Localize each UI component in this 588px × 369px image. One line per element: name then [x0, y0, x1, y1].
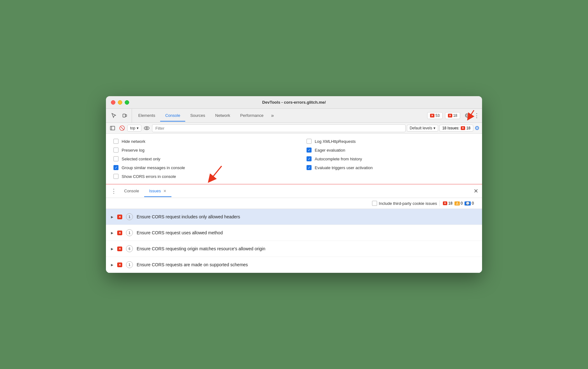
filter-input[interactable] — [152, 124, 406, 132]
svg-point-4 — [144, 127, 149, 130]
hide-network-checkbox[interactable] — [113, 139, 118, 144]
selected-context-row[interactable]: Selected context only — [113, 156, 281, 161]
eye-icon-button[interactable] — [143, 124, 151, 132]
error-count-badge: ✕ 53 — [427, 112, 442, 119]
settings-right-column: Log XMLHttpRequests ✓ Eager evaluation ✓… — [307, 139, 475, 179]
error-count: 53 — [435, 113, 439, 118]
issues-error-badge: ✕ 18 — [443, 201, 452, 205]
issues-filter-bar: Include third-party cookie issues ✕ 18 ⚠… — [106, 198, 482, 209]
tab-performance[interactable]: Performance — [235, 110, 268, 122]
tab-issues-bottom[interactable]: Issues ✕ — [144, 185, 171, 197]
issues-info-icon: 💬 — [465, 201, 471, 205]
tab-console-bottom[interactable]: Console — [119, 185, 144, 197]
expand-arrow-3[interactable]: ▶ — [111, 263, 113, 267]
main-tabs: Elements Console Sources Network Perform… — [133, 110, 427, 122]
issue-error-icon-3: ✕ — [117, 262, 122, 267]
issues-info-badge: 💬 0 — [465, 201, 474, 205]
issue-count-0: 1 — [126, 213, 133, 220]
context-selector[interactable]: top ▾ — [127, 125, 141, 132]
autocomplete-history-row[interactable]: ✓ Autocomplete from history — [307, 156, 475, 161]
group-similar-label: Group similar messages in console — [122, 165, 185, 170]
issues-info-count: 0 — [472, 201, 474, 205]
include-cookie-option[interactable]: Include third-party cookie issues — [372, 201, 437, 206]
console-settings-panel: Hide network Preserve log Selected conte… — [106, 134, 482, 184]
selected-context-checkbox[interactable] — [113, 156, 118, 161]
default-levels-dropdown[interactable]: Default levels ▾ — [407, 125, 438, 132]
tab-right-actions: ✕ 53 ✕ 18 ⚙ ⋮ — [427, 111, 480, 120]
svg-rect-1 — [125, 115, 127, 117]
issue-error-icon-2: ✕ — [117, 247, 122, 251]
warning-count: 18 — [453, 113, 457, 118]
evaluate-triggers-row[interactable]: ✓ Evaluate triggers user activation — [307, 165, 475, 170]
settings-gear-button[interactable]: ⚙ — [463, 111, 471, 120]
inspect-element-icon[interactable] — [110, 111, 118, 120]
eager-eval-checkbox[interactable]: ✓ — [307, 148, 312, 153]
issue-text-0: Ensure CORS request includes only allowe… — [137, 214, 240, 219]
expand-arrow-1[interactable]: ▶ — [111, 231, 113, 235]
clear-console-button[interactable]: 🚫 — [118, 124, 126, 132]
selected-context-label: Selected context only — [122, 157, 160, 161]
autocomplete-history-label: Autocomplete from history — [315, 157, 362, 161]
preserve-log-row[interactable]: Preserve log — [113, 148, 281, 153]
issue-row-0[interactable]: ▶ ✕ 1 Ensure CORS request includes only … — [106, 209, 482, 225]
issue-text-2: Ensure CORS requesting origin matches re… — [137, 246, 265, 251]
show-cors-checkbox[interactable] — [113, 174, 118, 179]
group-similar-checkbox[interactable]: ✓ — [113, 165, 118, 170]
settings-left-column: Hide network Preserve log Selected conte… — [113, 139, 281, 179]
tab-more-button[interactable]: » — [269, 110, 276, 122]
minimize-button[interactable] — [118, 100, 122, 105]
close-panel-button[interactable]: ✕ — [474, 188, 478, 195]
issues-warning-icon: ⚠ — [454, 201, 460, 205]
issues-count-badges: ✕ 18 ⚠ 0 💬 0 — [439, 200, 477, 206]
bottom-more-button[interactable]: ⋮ — [108, 184, 119, 198]
error-x-icon: ✕ — [430, 114, 434, 117]
include-cookie-label-text: Include third-party cookie issues — [379, 201, 437, 206]
tab-sources[interactable]: Sources — [185, 110, 210, 122]
eager-eval-row[interactable]: ✓ Eager evaluation — [307, 148, 475, 153]
evaluate-triggers-checkbox[interactable]: ✓ — [307, 165, 312, 170]
preserve-log-checkbox[interactable] — [113, 148, 118, 153]
console-settings-gear[interactable]: ⚙ — [475, 125, 480, 132]
more-options-button[interactable]: ⋮ — [474, 112, 480, 119]
issue-text-1: Ensure CORS request uses allowed method — [137, 230, 223, 235]
issue-error-icon-1: ✕ — [117, 231, 122, 235]
expand-arrow-2[interactable]: ▶ — [111, 247, 113, 251]
issues-label: 18 Issues: — [442, 126, 459, 130]
log-xmlhttp-label: Log XMLHttpRequests — [315, 139, 356, 144]
expand-arrow-0[interactable]: ▶ — [111, 215, 113, 219]
show-cors-row[interactable]: Show CORS errors in console — [113, 174, 281, 179]
log-xmlhttp-checkbox[interactable] — [307, 139, 312, 144]
issues-tab-label: Issues — [149, 189, 161, 193]
levels-dropdown-icon: ▾ — [433, 126, 435, 130]
issue-row-3[interactable]: ▶ ✕ 1 Ensure CORS requests are made on s… — [106, 257, 482, 273]
svg-point-5 — [146, 127, 147, 129]
preserve-log-label: Preserve log — [122, 148, 144, 153]
tab-network[interactable]: Network — [210, 110, 235, 122]
maximize-button[interactable] — [125, 100, 129, 105]
include-cookie-checkbox[interactable] — [372, 201, 377, 206]
evaluate-triggers-label: Evaluate triggers user activation — [315, 165, 373, 170]
issue-text-3: Ensure CORS requests are made on support… — [137, 262, 248, 267]
traffic-lights — [111, 100, 129, 105]
main-tabs-bar: Elements Console Sources Network Perform… — [106, 109, 482, 123]
issue-row-1[interactable]: ▶ ✕ 1 Ensure CORS request uses allowed m… — [106, 225, 482, 241]
log-xmlhttp-row[interactable]: Log XMLHttpRequests — [307, 139, 475, 144]
tab-console[interactable]: Console — [160, 110, 185, 122]
issue-count-3: 1 — [126, 261, 133, 268]
autocomplete-history-checkbox[interactable]: ✓ — [307, 156, 312, 161]
svg-rect-0 — [123, 114, 125, 117]
issue-row-2[interactable]: ▶ ✕ 6 Ensure CORS requesting origin matc… — [106, 241, 482, 257]
close-button[interactable] — [111, 100, 115, 105]
issues-count-badge[interactable]: 18 Issues: ✕ 18 — [439, 125, 473, 132]
context-dropdown-icon: ▾ — [137, 126, 139, 130]
group-similar-row[interactable]: ✓ Group similar messages in console — [113, 165, 281, 170]
hide-network-row[interactable]: Hide network — [113, 139, 281, 144]
default-levels-label: Default levels — [410, 126, 432, 130]
tab-elements[interactable]: Elements — [133, 110, 160, 122]
issues-tab-close[interactable]: ✕ — [163, 189, 166, 193]
gear-container: ⚙ — [463, 111, 471, 120]
title-bar: DevTools - cors-errors.glitch.me/ — [106, 96, 482, 109]
issue-error-icon-0: ✕ — [117, 215, 122, 219]
device-toolbar-icon[interactable] — [120, 111, 129, 120]
sidebar-toggle-button[interactable] — [108, 124, 117, 132]
